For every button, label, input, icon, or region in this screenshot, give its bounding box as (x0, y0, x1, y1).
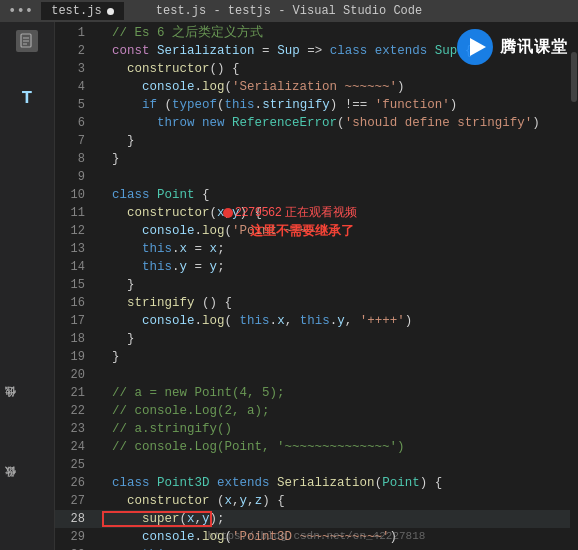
sidebar-t-label: T (22, 88, 33, 108)
tab-label: test.js (51, 4, 101, 18)
code-line-30: 30 this.z = z; (55, 546, 578, 550)
window-title: test.js - testjs - Visual Studio Code (156, 4, 422, 18)
editor-area[interactable]: 1 // Es 6 之后类定义方式 2 const Serialization … (55, 22, 578, 550)
code-line-23: 23 // a.stringify() (55, 420, 578, 438)
code-line-17: 17 console.log( this.x, this.y, '++++') (55, 312, 578, 330)
sidebar-label-2: 做什么 (0, 482, 23, 490)
unsaved-dot (107, 8, 114, 15)
brand-logo (456, 28, 494, 66)
brand-name: 腾讯课堂 (500, 37, 568, 58)
code-line-13: 13 this.x = x; (55, 240, 578, 258)
code-line-5: 5 if (typeof(this.stringify) !== 'functi… (55, 96, 578, 114)
scrollbar-area (570, 22, 578, 550)
code-line-28: 28 super(x,y); (55, 510, 578, 528)
code-line-20: 20 (55, 366, 578, 384)
code-line-12: 12 console.log('Point ~~~~ 这里不需要继承了 (55, 222, 578, 240)
code-line-6: 6 throw new ReferenceError('should defin… (55, 114, 578, 132)
sidebar-icon-1[interactable] (16, 30, 38, 52)
code-line-14: 14 this.y = y; (55, 258, 578, 276)
main-layout: T 他什么 做什么 1 // Es 6 之后类定义方式 2 const Seri… (0, 22, 578, 550)
code-line-10: 10 class Point { (55, 186, 578, 204)
code-line-29: 29 console.log('Point3D ~~~~~~~~~~~') (55, 528, 578, 546)
code-line-25: 25 (55, 456, 578, 474)
sidebar-label-1: 他什么 (0, 402, 23, 410)
code-line-7: 7 } (55, 132, 578, 150)
code-line-27: 27 constructor (x,y,z) { (55, 492, 578, 510)
code-container: 1 // Es 6 之后类定义方式 2 const Serialization … (55, 22, 578, 550)
sidebar: T 他什么 做什么 (0, 22, 55, 550)
code-line-9: 9 (55, 168, 578, 186)
code-line-4: 4 console.log('Serialization ~~~~~~') (55, 78, 578, 96)
code-line-26: 26 class Point3D extends Serialization(P… (55, 474, 578, 492)
tab-testjs[interactable]: test.js (41, 2, 123, 20)
dot-menu[interactable]: ••• (8, 3, 33, 19)
code-line-18: 18 } (55, 330, 578, 348)
code-line-8: 8 } (55, 150, 578, 168)
code-line-22: 22 // console.Log(2, a); (55, 402, 578, 420)
code-line-24: 24 // console.Log(Point, '~~~~~~~~~~~~~~… (55, 438, 578, 456)
code-line-15: 15 } (55, 276, 578, 294)
title-bar: ••• test.js test.js - testjs - Visual St… (0, 0, 578, 22)
code-line-21: 21 // a = new Point(4, 5); (55, 384, 578, 402)
code-line-11: 11 constructor(x,y) { 2279562 正在观看视频 (55, 204, 578, 222)
code-line-16: 16 stringify () { (55, 294, 578, 312)
watermark: 腾讯课堂 (456, 28, 568, 66)
code-line-19: 19 } (55, 348, 578, 366)
scrollbar-thumb[interactable] (571, 52, 577, 102)
